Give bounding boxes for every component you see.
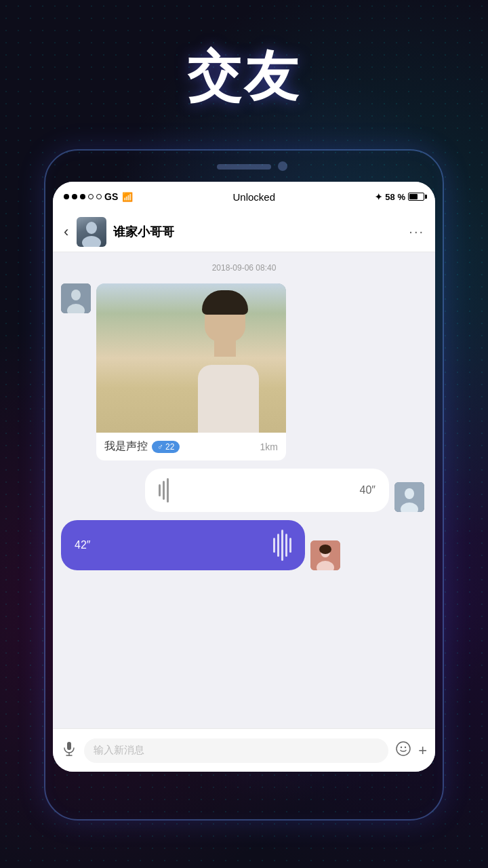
emoji-icon [395,741,411,757]
more-button[interactable]: ··· [409,224,424,239]
chat-body: 2018-09-06 08:40 [53,252,435,728]
bluetooth-icon: ✦ [375,192,382,202]
svg-point-0 [86,222,97,234]
profile-card-message: 我是声控 ♂ 22 1km [61,283,427,460]
wifi-icon: 📶 [122,192,133,202]
voice-duration-received: 40″ [360,484,375,496]
signal-dot-3 [80,194,85,199]
signal-dot-1 [64,194,69,199]
contact-avatar-img [77,217,106,247]
add-button[interactable]: + [418,742,427,760]
message-input[interactable]: 输入新消息 [84,738,388,763]
status-bar: GS 📶 Unlocked ✦ 58 % [53,182,435,212]
emoji-button[interactable] [395,741,411,761]
battery-percent: 58 % [385,192,405,202]
waveform-received [159,478,169,502]
voice-bubble-white[interactable]: 40″ [145,469,389,512]
sender-avatar [61,283,91,313]
signal-dot-2 [72,194,77,199]
wave-bar-2 [163,481,165,500]
contact-avatar[interactable] [77,217,106,247]
sender-avatar-img [61,283,91,313]
voice-bubble-purple[interactable]: 42″ [61,520,305,570]
voice-duration-sent: 42″ [75,539,90,551]
wave-bar-w1 [273,538,275,553]
svg-point-11 [319,545,331,554]
battery-fill [409,194,418,199]
age: 22 [165,442,174,452]
mic-button[interactable] [61,741,77,761]
gender-badge: ♂ 22 [152,441,180,453]
gender-icon: ♂ [157,442,163,452]
svg-point-17 [405,746,406,747]
svg-point-1 [82,236,101,247]
svg-point-3 [71,290,81,300]
input-bar: 输入新消息 + [53,728,435,772]
phone-screen: GS 📶 Unlocked ✦ 58 % ‹ 谁家小哥哥 ··· [53,182,435,772]
wave-bar-w5 [289,538,291,553]
signal-dot-4 [88,194,94,199]
back-button[interactable]: ‹ [64,223,68,241]
input-placeholder: 输入新消息 [94,744,144,757]
message-timestamp: 2018-09-06 08:40 [61,263,427,273]
voice-message-received: 40″ [61,469,427,512]
mic-icon [61,741,77,757]
chat-header: ‹ 谁家小哥哥 ··· [53,212,435,252]
svg-point-15 [396,742,410,755]
wave-bar-w3 [281,530,283,561]
profile-name: 我是声控 [104,439,148,454]
receiver-avatar [394,482,424,512]
receiver-avatar-img [394,482,424,512]
signal-dot-5 [96,194,102,199]
profile-info: 我是声控 ♂ 22 1km [96,433,286,460]
wave-bar-w4 [285,534,287,557]
page-title: 交友 [0,41,488,114]
profile-image [96,283,286,433]
battery-icon [408,193,424,201]
waveform-sent [273,530,291,561]
contact-name: 谁家小哥哥 [113,224,409,240]
wave-bar-1 [159,484,161,496]
svg-point-6 [405,488,414,499]
sender-self-avatar-img [310,540,340,570]
status-center: Unlocked [233,191,276,203]
status-right: ✦ 58 % [375,192,424,202]
wave-bar-3 [167,478,169,502]
distance-text: 1km [260,441,278,452]
voice-message-sent: 42″ [61,520,427,570]
status-left: GS 📶 [64,191,133,202]
profile-name-row: 我是声控 ♂ 22 [104,439,180,454]
svg-rect-12 [67,742,71,750]
profile-card[interactable]: 我是声控 ♂ 22 1km [96,283,286,460]
wave-bar-w2 [277,534,279,557]
svg-point-16 [401,746,402,747]
sender-self-avatar [310,540,340,570]
carrier-text: GS [104,191,118,202]
